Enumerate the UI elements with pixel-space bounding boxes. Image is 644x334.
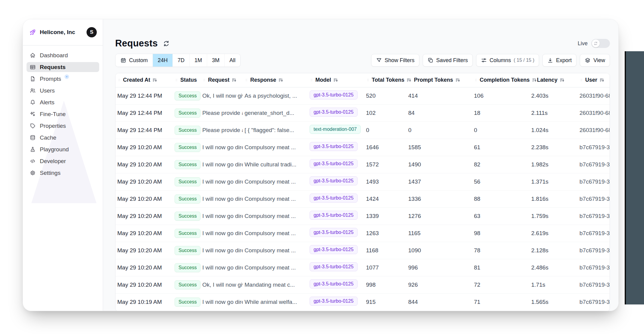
toolbar-button[interactable]: Columns ( 15 / 15 ) <box>476 54 539 67</box>
column-header-label: Request <box>208 77 229 83</box>
sort-icon[interactable] <box>278 77 283 83</box>
column-header[interactable]: Request <box>200 73 243 87</box>
sidebar-item[interactable]: Developer <box>27 156 99 166</box>
time-range-option[interactable]: Custom <box>115 54 153 67</box>
completion-tokens-cell: 106 <box>472 87 529 104</box>
column-header[interactable]: Model <box>308 73 364 87</box>
sidebar-item-icon <box>30 134 36 141</box>
status-badge: Success <box>175 177 200 186</box>
sidebar-item-icon <box>30 64 36 70</box>
column-header[interactable]: Status <box>173 73 200 87</box>
request-row[interactable]: May 29 10:20 AM Success I will now go di… <box>115 225 610 242</box>
time-range-option[interactable]: 24H <box>153 54 172 67</box>
model-cell: gpt-3.5-turbo-0125 <box>308 173 364 190</box>
toolbar-button[interactable]: Show Filters <box>371 54 419 67</box>
latency-cell: 2.486s <box>529 259 578 276</box>
column-header[interactable]: Response <box>243 73 308 87</box>
status-badge: Success <box>175 126 200 135</box>
avatar[interactable]: S <box>87 27 97 37</box>
total-tokens-cell: 1168 <box>364 242 406 259</box>
page-background: Helicone, Inc S Dashboard Requests <box>0 0 644 334</box>
column-header[interactable]: Completion Tokens <box>472 73 529 87</box>
sidebar-item[interactable]: Prompts <box>27 74 99 84</box>
live-toggle[interactable] <box>591 39 610 48</box>
time-range-option[interactable]: 1M <box>189 54 207 67</box>
latency-cell: 1.565s <box>529 293 578 310</box>
refresh-button[interactable] <box>163 40 170 47</box>
request-row[interactable]: May 29 10:20 AM Success I will now go di… <box>115 173 610 190</box>
toolbar-button[interactable]: Export <box>542 54 576 67</box>
sidebar-item[interactable]: Cache <box>27 133 99 143</box>
request-row[interactable]: May 29 10:20 AM Success I will now go di… <box>115 259 610 276</box>
status-cell: Success <box>173 121 200 139</box>
column-header[interactable]: User <box>578 73 610 87</box>
drag-handle-icon[interactable] <box>531 78 535 82</box>
request-row[interactable]: May 29 10:20 AM Success I will now go di… <box>115 156 610 173</box>
drag-handle-icon[interactable] <box>175 78 178 82</box>
sidebar-item[interactable]: Dashboard <box>27 50 99 60</box>
column-header-label: Created At <box>123 77 150 83</box>
drag-handle-icon[interactable] <box>408 78 412 82</box>
request-row[interactable]: May 29 10:20 AM Success Ok, I will now g… <box>115 276 610 293</box>
completion-tokens-cell: 72 <box>472 276 529 293</box>
prompt-tokens-cell: 84 <box>406 104 472 121</box>
sort-icon[interactable] <box>599 77 605 83</box>
drag-handle-icon[interactable] <box>245 78 248 82</box>
drag-handle-icon[interactable] <box>474 78 478 82</box>
status-badge: Success <box>175 298 200 307</box>
created-at-cell: May 29 10:20 AM <box>115 225 173 242</box>
request-row[interactable]: May 29 10:20 AM Success I will now go di… <box>115 139 610 156</box>
column-header[interactable]: Total Tokens <box>364 73 406 87</box>
request-row[interactable]: May 29 12:44 PM Success Please provide a… <box>115 104 610 121</box>
sort-icon[interactable] <box>333 77 338 83</box>
columns-count: ( 15 / 15 ) <box>514 58 534 63</box>
request-row[interactable]: May 29 12:44 PM Success Ok, I will now g… <box>115 87 610 104</box>
toolbar-button[interactable]: View <box>580 54 610 67</box>
column-header-label: Status <box>180 77 197 83</box>
sidebar-item[interactable]: Alerts <box>27 97 99 107</box>
response-cell: Compulsory meat ... <box>243 207 308 225</box>
sort-icon[interactable] <box>455 77 460 83</box>
sidebar-item[interactable]: Properties <box>27 121 99 131</box>
time-range-option[interactable]: All <box>224 54 240 67</box>
total-tokens-cell: 102 <box>364 104 406 121</box>
total-tokens-cell: 915 <box>364 293 406 310</box>
column-header[interactable]: Prompt Tokens <box>406 73 472 87</box>
sidebar-item-label: Properties <box>40 123 66 129</box>
total-tokens-cell: 1339 <box>364 207 406 225</box>
request-row[interactable]: May 29 10:20 AM Success I will now go di… <box>115 242 610 259</box>
sidebar-item[interactable]: Settings <box>27 168 99 178</box>
drag-handle-icon[interactable] <box>310 78 313 82</box>
request-row[interactable]: May 29 10:20 AM Success I will now go di… <box>115 190 610 207</box>
request-row[interactable]: May 29 10:20 AM Success I will now go di… <box>115 207 610 225</box>
column-header[interactable]: Created At <box>115 73 173 87</box>
drag-handle-icon[interactable] <box>579 78 583 82</box>
drag-handle-icon[interactable] <box>366 78 370 82</box>
drag-handle-icon[interactable] <box>117 78 121 82</box>
toolbar-button-icon <box>428 57 434 63</box>
sidebar-item[interactable]: Requests <box>27 62 99 72</box>
sidebar-item[interactable]: Users <box>27 86 99 96</box>
request-row[interactable]: May 29 10:19 AM Success I will now go di… <box>115 293 610 310</box>
column-header-label: Model <box>315 77 331 83</box>
sort-icon[interactable] <box>232 77 237 83</box>
model-cell: gpt-3.5-turbo-0125 <box>308 87 364 104</box>
toolbar-button[interactable]: Saved Filters <box>423 54 473 67</box>
sidebar-item[interactable]: Fine-Tune <box>27 109 99 119</box>
time-range-option[interactable]: 7D <box>172 54 189 67</box>
request-row[interactable]: May 29 12:44 PM Success Please provide a… <box>115 121 610 139</box>
org-header[interactable]: Helicone, Inc S <box>23 19 103 46</box>
latency-cell: 1.982s <box>529 156 578 173</box>
latency-cell: 1.71s <box>529 276 578 293</box>
request-cell: Ok, I will now give ... <box>200 87 243 104</box>
time-range-option[interactable]: 3M <box>207 54 224 67</box>
sort-icon[interactable] <box>152 77 157 83</box>
prompt-tokens-cell: 844 <box>406 293 472 310</box>
sidebar-item[interactable]: Playground <box>27 144 99 154</box>
sort-icon[interactable] <box>560 77 565 83</box>
user-cell: b7c67919-35 <box>578 259 610 276</box>
status-badge: Success <box>175 229 200 238</box>
sidebar-item-label: Requests <box>40 64 66 71</box>
drag-handle-icon[interactable] <box>202 78 206 82</box>
sidebar-item-icon <box>30 99 36 106</box>
